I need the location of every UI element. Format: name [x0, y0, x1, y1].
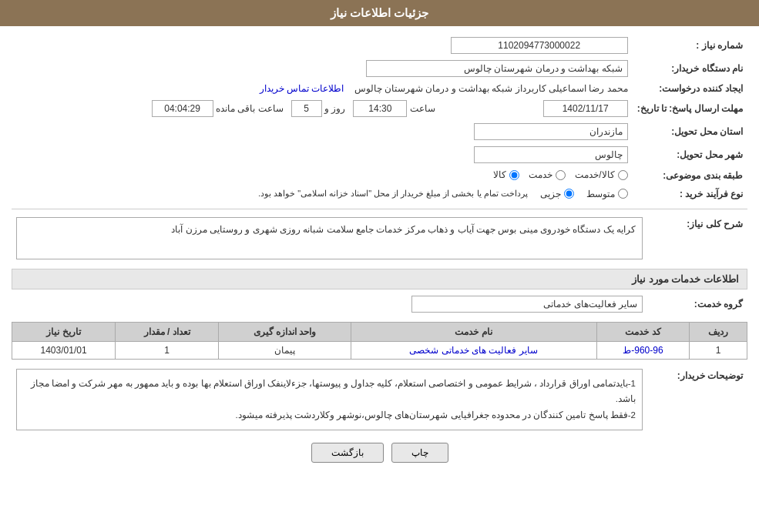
category-label: طبقه بندی موضوعی: [633, 166, 747, 186]
buyer-org-label: نام دستگاه خریدار: [633, 57, 747, 80]
buyer-notes: 1-بایدتمامی اوراق قرارداد ، شرایط عمومی … [16, 369, 643, 430]
col-header-4: تعداد / مقدار [116, 322, 219, 341]
cell-0-1: 960-96-ط [596, 341, 690, 359]
process-label: نوع فرآیند خرید : [633, 186, 747, 202]
service-group-value: سایر فعالیت‌های خدماتی [411, 296, 643, 313]
reply-remaining: 04:04:29 [152, 100, 213, 117]
creator-value: محمد رضا اسماعیلی کاربرداز شبکه بهداشت و… [354, 83, 628, 94]
cell-0-5: 1403/01/01 [12, 341, 116, 359]
cell-0-2: سایر فعالیت های خدماتی شخصی [351, 341, 596, 359]
category-service-option: خدمت [529, 169, 566, 180]
category-goods-service-option: کالا/خدمت [575, 169, 627, 180]
province-label: استان محل تحویل: [633, 120, 747, 143]
service-group-label: گروه خدمت: [647, 293, 747, 316]
process-partial-label: جزیی [540, 189, 561, 199]
category-service-label: خدمت [529, 169, 552, 180]
category-goods-service-label: کالا/خدمت [575, 169, 614, 180]
divider-1 [12, 209, 747, 209]
col-header-2: نام خدمت [351, 322, 596, 341]
button-row: چاپ بازگشت [12, 443, 747, 463]
process-medium-radio[interactable] [618, 189, 628, 199]
contact-link[interactable]: اطلاعات تماس خریدار [260, 83, 344, 94]
col-header-1: کد خدمت [596, 322, 690, 341]
category-goods-radio[interactable] [509, 170, 519, 180]
province-value: مازندران [474, 123, 628, 140]
process-medium-label: متوسط [586, 189, 615, 199]
buyer-notes-line2: 2-فقط پاسخ تامین کنندگان در محدوده جغراف… [235, 410, 636, 420]
cell-0-0: 1 [690, 341, 747, 359]
reply-deadline-label: مهلت ارسال پاسخ: تا تاریخ: [633, 97, 747, 120]
page-title: جزئیات اطلاعات نیاز [331, 6, 428, 19]
reply-remaining-label: ساعت باقی مانده [216, 103, 284, 114]
reply-days-label: روز و [324, 103, 345, 114]
need-description: کرایه یک دستگاه خودروی مینی بوس جهت آیاب… [16, 217, 643, 259]
table-row: 1960-96-طسایر فعالیت های خدماتی شخصیپیما… [12, 341, 747, 359]
category-radio-group: کالا/خدمت خدمت کالا [493, 169, 627, 180]
process-partial-radio[interactable] [564, 189, 574, 199]
buyer-notes-line1: 1-بایدتمامی اوراق قرارداد ، شرایط عمومی … [31, 379, 636, 404]
category-goods-label: کالا [493, 169, 506, 180]
category-goods-service-radio[interactable] [618, 170, 628, 180]
process-partial-option: جزیی [540, 189, 574, 199]
creator-label: ایجاد کننده درخواست: [633, 80, 747, 97]
page-header: جزئیات اطلاعات نیاز [0, 0, 759, 26]
category-goods-option: کالا [493, 169, 519, 180]
service-table: ردیفکد خدمتنام خدمتواحد اندازه گیریتعداد… [12, 322, 747, 360]
col-header-3: واحد اندازه گیری [219, 322, 351, 341]
cell-0-4: 1 [116, 341, 219, 359]
back-button[interactable]: بازگشت [311, 443, 384, 463]
reply-time-label: ساعت [410, 103, 435, 114]
need-number-label: شماره نیاز : [633, 34, 747, 57]
col-header-5: تاریخ نیاز [12, 322, 116, 341]
need-number-value: 1102094773000022 [451, 37, 628, 54]
city-label: شهر محل تحویل: [633, 143, 747, 166]
need-description-label: شرح کلی نیاز: [647, 214, 747, 263]
reply-date: 1402/11/17 [543, 100, 628, 117]
cell-0-3: پیمان [219, 341, 351, 359]
col-header-0: ردیف [690, 322, 747, 341]
process-note: پرداخت تمام یا بخشی از مبلغ خریدار از مح… [258, 189, 528, 199]
reply-time: 14:30 [353, 100, 407, 117]
reply-days: 5 [291, 100, 322, 117]
city-value: چالوس [474, 146, 628, 163]
buyer-org-value: شبکه بهداشت و درمان شهرستان چالوس [366, 60, 628, 77]
service-info-header: اطلاعات خدمات مورد نیاز [12, 269, 747, 289]
process-medium-option: متوسط [586, 189, 628, 199]
category-service-radio[interactable] [556, 170, 566, 180]
print-button[interactable]: چاپ [391, 443, 448, 463]
buyer-notes-label: توضیحات خریدار: [647, 366, 747, 433]
